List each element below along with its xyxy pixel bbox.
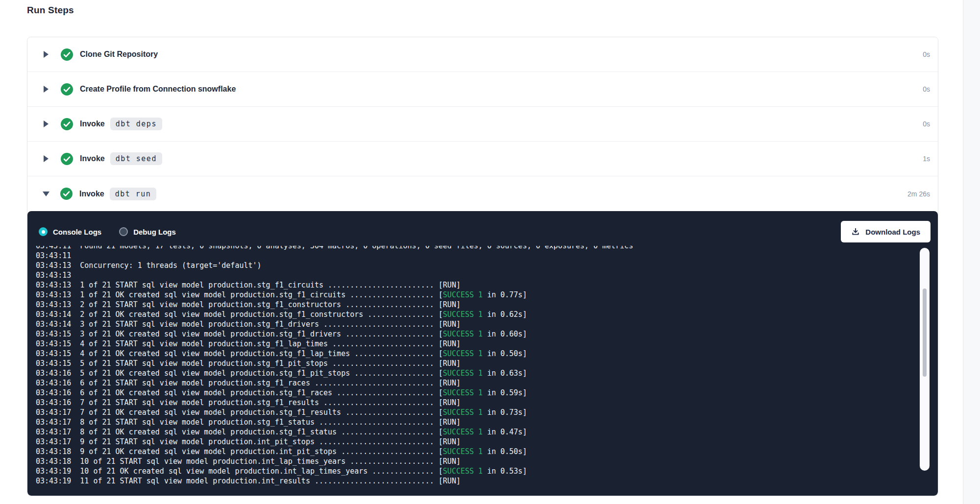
log-timestamp: 03:43:18 <box>36 457 71 466</box>
page-title: Run Steps <box>27 5 74 16</box>
status-success-icon <box>61 83 73 96</box>
step-list: Clone Git Repository0sCreate Profile fro… <box>27 37 938 211</box>
log-timestamp: 03:43:19 <box>36 467 71 476</box>
log-line: 03:43:17 8 of 21 START sql view model pr… <box>36 417 938 427</box>
log-timestamp: 03:43:17 <box>36 437 71 446</box>
log-timestamp: 03:43:13 <box>36 281 71 289</box>
step-duration: 0s <box>923 85 930 93</box>
step-duration: 0s <box>923 120 930 128</box>
log-text: 10 of 21 OK created sql view model produ… <box>71 467 443 476</box>
radio-console-logs[interactable]: Console Logs <box>39 227 101 236</box>
log-scrollbar-track[interactable] <box>920 248 930 471</box>
log-success-detail: in 0.77s] <box>483 290 527 299</box>
step-command-badge: dbt run <box>110 188 157 200</box>
radio-label: Console Logs <box>53 228 101 236</box>
log-text: 3 of 21 OK created sql view model produc… <box>71 330 443 338</box>
step-row[interactable]: Create Profile from Connection snowflake… <box>27 72 938 107</box>
log-success-detail: in 0.59s] <box>483 388 527 397</box>
log-timestamp: 03:43:17 <box>36 408 71 417</box>
log-timestamp: 03:43:15 <box>36 349 71 358</box>
log-line: 03:43:16 6 of 21 OK created sql view mod… <box>36 388 938 398</box>
log-text: Found 21 models, 17 tests, 0 snapshots, … <box>71 246 633 250</box>
log-lines: 03:43:11 Found 21 models, 17 tests, 0 sn… <box>36 246 938 486</box>
radio-selected-icon[interactable] <box>39 227 48 236</box>
log-text: 8 of 21 START sql view model production.… <box>71 418 461 427</box>
log-text: 10 of 21 START sql view model production… <box>71 457 461 466</box>
log-type-radio-group: Console LogsDebug Logs <box>39 227 194 236</box>
log-text: 1 of 21 START sql view model production.… <box>71 281 461 289</box>
radio-label: Debug Logs <box>133 228 176 236</box>
step-label: Invoke <box>80 120 105 128</box>
log-text: 4 of 21 OK created sql view model produc… <box>71 349 443 358</box>
log-timestamp: 03:43:17 <box>36 418 71 427</box>
step-duration: 1s <box>923 155 930 163</box>
radio-unselected-icon[interactable] <box>119 227 128 236</box>
log-timestamp: 03:43:16 <box>36 369 71 378</box>
log-timestamp: 03:43:16 <box>36 398 71 407</box>
log-scrollbar-thumb[interactable] <box>923 288 927 377</box>
log-text: 9 of 21 OK created sql view model produc… <box>71 447 443 456</box>
log-success-status: SUCCESS 1 <box>443 369 483 378</box>
log-line: 03:43:17 9 of 21 START sql view model pr… <box>36 437 938 447</box>
log-line: 03:43:16 5 of 21 OK created sql view mod… <box>36 368 938 378</box>
chevron-down-icon[interactable] <box>43 192 49 196</box>
log-line: 03:43:15 4 of 21 START sql view model pr… <box>36 339 938 349</box>
radio-debug-logs[interactable]: Debug Logs <box>119 227 176 236</box>
log-text: 11 of 21 START sql view model production… <box>71 477 461 485</box>
log-timestamp: 03:43:14 <box>36 310 71 319</box>
log-success-detail: in 0.47s] <box>483 428 527 436</box>
step-row[interactable]: Invokedbt run2m 26s <box>27 176 938 211</box>
log-text <box>71 271 80 280</box>
step-label: Create Profile from Connection snowflake <box>80 85 236 94</box>
log-timestamp: 03:43:13 <box>36 261 71 270</box>
log-success-status: SUCCESS 1 <box>443 408 483 417</box>
step-duration: 2m 26s <box>907 190 930 198</box>
log-timestamp: 03:43:14 <box>36 320 71 329</box>
log-line: 03:43:17 8 of 21 OK created sql view mod… <box>36 427 938 437</box>
log-line: 03:43:16 7 of 21 START sql view model pr… <box>36 398 938 408</box>
log-success-status: SUCCESS 1 <box>443 310 483 319</box>
log-success-status: SUCCESS 1 <box>443 388 483 397</box>
chevron-right-icon[interactable] <box>44 86 49 93</box>
step-duration: 0s <box>923 50 930 58</box>
log-text: 6 of 21 OK created sql view model produc… <box>71 388 443 397</box>
log-line: 03:43:15 5 of 21 START sql view model pr… <box>36 359 938 368</box>
chevron-right-icon[interactable] <box>44 120 49 127</box>
log-line: 03:43:18 9 of 21 OK created sql view mod… <box>36 447 938 456</box>
chevron-right-icon[interactable] <box>44 51 49 58</box>
step-row[interactable]: Clone Git Repository0s <box>27 37 938 72</box>
log-success-status: SUCCESS 1 <box>443 349 483 358</box>
log-success-detail: in 0.50s] <box>483 447 527 456</box>
log-timestamp: 03:43:13 <box>36 271 71 280</box>
log-timestamp: 03:43:11 <box>36 246 71 250</box>
log-text: 4 of 21 START sql view model production.… <box>71 339 461 348</box>
status-success-icon <box>61 153 73 165</box>
log-text: 5 of 21 OK created sql view model produc… <box>71 369 443 378</box>
step-command-badge: dbt deps <box>110 118 162 130</box>
step-label: Invoke <box>80 154 105 163</box>
step-row[interactable]: Invokedbt deps0s <box>27 107 938 142</box>
log-success-detail: in 0.62s] <box>483 310 527 319</box>
log-success-detail: in 0.53s] <box>483 467 527 476</box>
log-line: 03:43:13 Concurrency: 1 threads (target=… <box>36 261 938 270</box>
status-success-icon <box>61 118 73 130</box>
log-line: 03:43:18 10 of 21 START sql view model p… <box>36 456 938 466</box>
download-logs-button[interactable]: Download Logs <box>841 221 931 242</box>
log-text: 5 of 21 START sql view model production.… <box>71 359 461 368</box>
chevron-right-icon[interactable] <box>44 155 49 162</box>
log-text <box>71 251 80 260</box>
step-row[interactable]: Invokedbt seed1s <box>27 142 938 176</box>
log-line: 03:43:16 6 of 21 START sql view model pr… <box>36 378 938 388</box>
log-timestamp: 03:43:15 <box>36 339 71 348</box>
log-line: 03:43:14 2 of 21 OK created sql view mod… <box>36 310 938 319</box>
log-success-status: SUCCESS 1 <box>443 330 483 338</box>
log-panel: Console LogsDebug Logs Download Logs 03:… <box>27 211 938 496</box>
log-text: 6 of 21 START sql view model production.… <box>71 379 461 387</box>
log-timestamp: 03:43:13 <box>36 300 71 309</box>
log-line: 03:43:17 7 of 21 OK created sql view mod… <box>36 408 938 417</box>
log-timestamp: 03:43:15 <box>36 330 71 338</box>
log-text: 7 of 21 OK created sql view model produc… <box>71 408 443 417</box>
log-text: 3 of 21 START sql view model production.… <box>71 320 461 329</box>
log-text: 2 of 21 START sql view model production.… <box>71 300 461 309</box>
log-success-detail: in 0.50s] <box>483 349 527 358</box>
